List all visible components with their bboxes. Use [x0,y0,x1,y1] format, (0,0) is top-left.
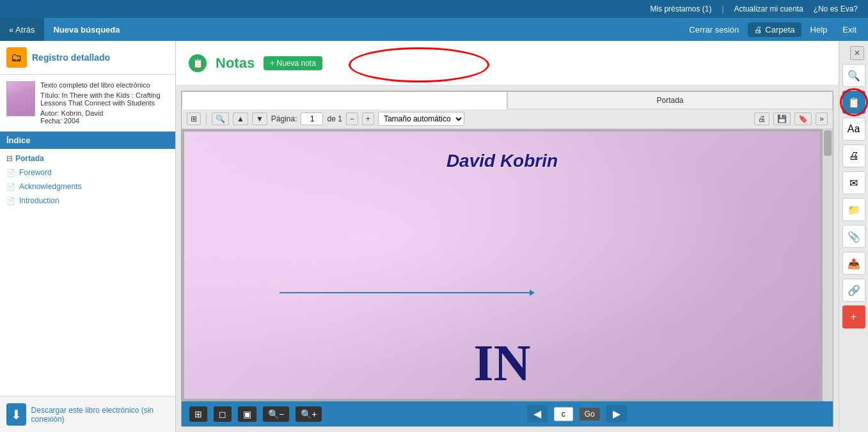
index-header: Índice [0,132,175,149]
notes-section: 📋 Notas + Nueva nota [176,41,839,86]
nav-bar: « Atrás Nueva búsqueda Cerrar sesión 🖨 C… [0,18,868,41]
right-export-icon: 📤 [848,258,860,270]
index-portada-item[interactable]: ⊟ Portada [0,151,175,166]
prev-nav-btn[interactable]: ◀ [527,405,548,422]
portada-link[interactable]: Portada [15,154,44,163]
sidebar-footer: ⬇ Descargar este libro electrónico (sin … [0,396,175,432]
sidebar: 🗂 Registro detallado Texto completo del … [0,41,176,432]
book-author: Autor: Kobrin, David [40,109,169,117]
right-plus-btn[interactable]: + [842,305,865,328]
pdf-toolbar: ⊞ 🔍 ▲ ▼ Página: de 1 − + Tamaño automáti… [182,109,833,129]
right-folder-icon: 📁 [848,204,860,216]
new-search-button[interactable]: Nueva búsqueda [44,18,129,41]
print-btn[interactable]: 🖨 [754,112,769,125]
book-title: Título: In There with the Kids : Craftin… [40,91,169,107]
acknowledgments-link[interactable]: Acknowledgments [19,182,81,191]
index-item-introduction[interactable]: 📄 Introduction [0,194,175,208]
close-session-link[interactable]: Cerrar sesión [683,22,745,37]
more-btn[interactable]: » [816,112,828,125]
pdf-tabs: Portada [182,91,833,109]
doc-icon-3: 📄 [6,197,15,205]
two-page-btn[interactable]: ▣ [238,406,256,422]
exit-link[interactable]: Exit [836,22,863,37]
introduction-link[interactable]: Introduction [19,196,59,205]
book-info: Texto completo del libro electrónico Tít… [40,81,169,125]
right-notes-icon: 📋 [848,96,860,109]
book-date: Fecha: 2004 [40,117,169,125]
index-item-foreword[interactable]: 📄 Foreword [0,166,175,180]
pdf-big-letters: IN [474,334,531,392]
help-link[interactable]: Help [804,22,834,37]
go-btn[interactable]: Go [580,408,600,420]
index-list: ⊟ Portada 📄 Foreword 📄 Acknowledgments 📄… [0,149,175,396]
folder-icon: 🖨 [754,25,762,35]
close-panel-btn[interactable]: ✕ [850,46,864,60]
download-icon: ⬇ [6,403,26,426]
book-section: Texto completo del libro electrónico Tít… [0,75,175,132]
right-print-icon: 🖨 [849,150,859,162]
center-content: 📋 Notas + Nueva nota Portada ⊞ 🔍 ▲ ▼ Pág… [176,41,839,432]
loans-link[interactable]: Mis préstamos (1) [650,4,711,13]
pdf-area: Portada ⊞ 🔍 ▲ ▼ Página: de 1 − + Tamaño … [181,91,833,427]
arrow-decoration [280,292,534,293]
zoom-out-btn[interactable]: − [346,112,358,125]
separator-1: | [722,4,723,13]
next-page-btn[interactable]: ▼ [252,112,267,125]
fit-page-btn[interactable]: ⊞ [189,406,207,422]
not-eva-link[interactable]: ¿No es Eva? [814,4,858,13]
book-full-text[interactable]: Texto completo del libro electrónico [40,81,169,89]
right-email-icon: ✉ [849,177,858,189]
download-link[interactable]: Descargar este libro electrónico (sin co… [31,406,169,424]
zoom-in-btn[interactable]: + [362,112,374,125]
new-note-button[interactable]: + Nueva nota [264,56,322,70]
registro-label: Registro detallado [32,52,110,63]
doc-icon-1: 📄 [6,169,15,177]
right-link-btn[interactable]: 🔗 [842,279,865,302]
back-button[interactable]: « Atrás [0,18,44,41]
single-page-btn[interactable]: ◻ [214,406,232,422]
pdf-tab-left[interactable] [182,91,507,109]
bookmark-btn[interactable]: 🔖 [794,112,812,125]
registro-icon: 🗂 [6,47,27,68]
nav-right: Cerrar sesión 🖨 Carpeta Help Exit [683,22,868,37]
right-search-icon: 🔍 [848,70,860,82]
prev-page-btn[interactable]: ▲ [233,112,248,125]
zoom-out-bottom-btn[interactable]: 🔍− [263,406,289,422]
pdf-page: David Kobrin IN [184,132,820,399]
pdf-author-text: David Kobrin [446,151,558,171]
right-plus-icon: + [851,311,856,323]
pdf-tab-portada[interactable]: Portada [507,91,833,109]
right-search-btn[interactable]: 🔍 [842,64,865,87]
notes-oval-highlight [349,47,489,82]
pdf-content: David Kobrin IN [182,129,833,401]
right-link-icon: 🔗 [848,284,860,297]
right-email-btn[interactable]: ✉ [842,171,865,194]
pdf-bottom-bar: ⊞ ◻ ▣ 🔍− 🔍+ ◀ Go ▶ [182,401,833,426]
size-select[interactable]: Tamaño automático [378,112,464,126]
update-link[interactable]: Actualizar mi cuenta [734,4,803,13]
right-export-btn[interactable]: 📤 [842,252,865,275]
pdf-scrollbar[interactable] [823,129,833,401]
foreword-link[interactable]: Foreword [19,168,52,177]
folder-link[interactable]: 🖨 Carpeta [748,22,801,37]
page-input[interactable] [301,112,323,125]
minus-icon: ⊟ [6,154,13,163]
save-btn[interactable]: 💾 [773,112,791,125]
scroll-thumb[interactable] [824,130,832,156]
book-thumbnail [6,81,35,116]
sidebar-header: 🗂 Registro detallado [0,41,175,75]
right-text-btn[interactable]: Aa [842,118,865,141]
top-bar: Mis préstamos (1) | Actualizar mi cuenta… [0,0,868,18]
sidebar-toggle-btn[interactable]: ⊞ [187,112,201,125]
right-print-btn[interactable]: 🖨 [842,144,865,167]
nav-page-input[interactable] [554,407,573,421]
search-btn[interactable]: 🔍 [212,112,229,125]
next-nav-btn[interactable]: ▶ [606,405,627,422]
right-folder-btn[interactable]: 📁 [842,198,865,221]
page-label: Página: [271,114,297,123]
zoom-in-bottom-btn[interactable]: 🔍+ [296,406,322,422]
folder-label: Carpeta [765,25,794,35]
index-item-acknowledgments[interactable]: 📄 Acknowledgments [0,180,175,194]
right-clip-btn[interactable]: 📎 [842,225,865,248]
right-notes-btn[interactable]: 📋 [842,91,865,114]
